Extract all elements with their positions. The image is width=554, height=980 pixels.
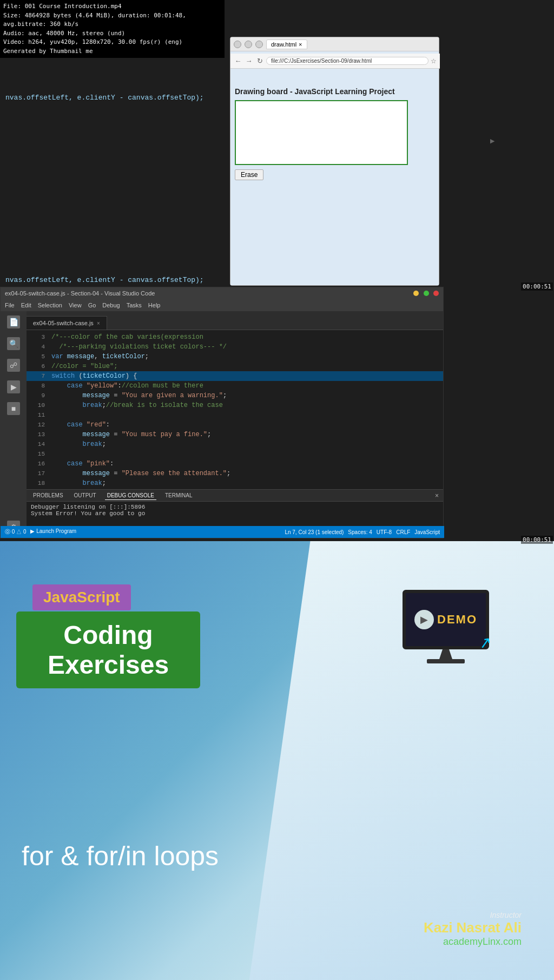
vscode-minimize[interactable] [413,291,419,296]
active-tab[interactable]: ex04-05-switch-case.js × [27,316,107,330]
monitor-stand [438,649,454,659]
debug-icon[interactable]: ▶ [7,380,20,393]
vscode-maximize[interactable] [424,291,429,296]
vscode-window: ex04-05-switch-case.js - Section-04 - Vi… [0,287,444,538]
vscode-close[interactable] [433,291,439,296]
address-input[interactable] [266,57,428,65]
explorer-icon[interactable]: 📄 [7,315,20,328]
terminal-line-1: Debugger listening on [:::]:5896 [31,504,439,510]
menu-view[interactable]: View [69,302,82,308]
code-line-6: 6 //color = "blue"; [27,361,443,371]
browser-max-btn[interactable] [255,41,263,48]
menu-help[interactable]: Help [148,302,161,308]
promo-section: JavaScript Coding Exercises ▶ DEMO ↗ for… [0,541,554,980]
code-line-13: 13 message = "You must pay a fine."; [27,430,443,439]
code-line-8: 8 case "yellow"://colon must be there [27,381,443,391]
demo-play-button[interactable]: ▶ [414,610,434,629]
instructor-label: Instructor [424,911,522,919]
timestamp-2: 00:00:51 [521,536,553,544]
terminal-line-2: System Error! You are good to go [31,510,439,517]
forward-button[interactable]: → [245,57,253,65]
instructor-name: Kazi Nasrat Ali [424,919,522,936]
status-spaces: Spaces: 4 [348,529,372,535]
demo-monitor: ▶ DEMO ↗ [403,590,489,663]
browser-address-bar: ← → ↻ ☆ [230,54,440,69]
code-line-15: 15 [27,449,443,459]
monitor-screen: ▶ DEMO ↗ [403,590,489,649]
code-line-14: 14 break; [27,439,443,449]
code-line-16: 16 case "pink": [27,459,443,469]
code-editor[interactable]: 3 /*---color of the cab varies(expressio… [27,330,443,489]
drawing-canvas[interactable]: ▶ [235,100,408,165]
vscode-title-text: ex04-05-switch-case.js - Section-04 - Vi… [5,290,155,297]
browser-page-title: Drawing board - JavaScript Learning Proj… [235,87,434,96]
video-metadata: File: 001 Course Introduction.mp4 Size: … [0,0,225,58]
js-badge: JavaScript [32,584,131,610]
cursor-arrow-icon: ↗ [477,633,492,652]
code-line-5: 5 var message, ticketColor; [27,352,443,361]
menu-selection[interactable]: Selection [38,302,62,308]
menu-edit[interactable]: Edit [21,302,31,308]
code-line-3: 3 /*---color of the cab varies(expressio… [27,332,443,342]
status-cursor: Ln 7, Col 23 (1 selected) [285,529,344,535]
status-right: Ln 7, Col 23 (1 selected) Spaces: 4 UTF-… [285,529,440,535]
code-line-11: 11 [27,410,443,420]
code-snippet-top: nvas.offsetLeft, e.clientY - canvas.offs… [0,89,225,107]
code-line-18: 18 break; [27,478,443,488]
tab-close-icon[interactable]: × [299,41,302,48]
demo-label: DEMO [437,613,477,627]
code-line-9: 9 message = "You are given a warning."; [27,391,443,400]
vscode-titlebar: ex04-05-switch-case.js - Section-04 - Vi… [1,287,443,299]
status-left: ⓪ 0 △ 0 ▶ Launch Program [5,528,76,536]
code-line-19: 19 [27,488,443,489]
panel-close-icon[interactable]: × [435,492,439,499]
vscode-editor-area: ex04-05-switch-case.js × 3 /*---color of… [27,311,443,538]
back-button[interactable]: ← [234,57,242,65]
browser-close-btn[interactable] [234,41,241,48]
panel-content: Debugger listening on [:::]:5896 System … [27,502,443,519]
vscode-menubar: File Edit Selection View Go Debug Tasks … [1,299,443,311]
tab-output[interactable]: OUTPUT [72,491,98,499]
search-icon[interactable]: 🔍 [7,337,20,350]
tab-close-icon[interactable]: × [97,320,100,326]
extensions-icon[interactable]: ■ [7,402,20,415]
menu-debug[interactable]: Debug [102,302,120,308]
instructor-block: Instructor Kazi Nasrat Ali academyLinx.c… [424,911,522,948]
code-line-7: 7 switch (ticketColor) { [27,371,443,381]
tab-filename: ex04-05-switch-case.js [33,320,94,326]
browser-window: draw.html × ← → ↻ ☆ Drawing board - Java… [230,37,439,286]
cursor-position: ▶ [490,137,494,144]
panel-tabs: PROBLEMS OUTPUT DEBUG CONSOLE TERMINAL × [27,490,443,502]
vscode-activity-bar: 📄 🔍 ☍ ▶ ■ ⚙ [1,311,27,538]
status-launch[interactable]: ▶ Launch Program [30,528,76,536]
menu-file[interactable]: File [5,302,15,308]
bookmark-icon[interactable]: ☆ [431,57,437,65]
status-eol: CRLF [396,529,410,535]
instructor-website: academyLinx.com [424,936,522,948]
tab-problems[interactable]: PROBLEMS [31,491,65,499]
code-line-12: 12 case "red": [27,420,443,430]
tab-debug-console[interactable]: DEBUG CONSOLE [105,491,156,500]
status-language[interactable]: JavaScript [414,529,440,535]
erase-button[interactable]: Erase [235,169,263,180]
source-control-icon[interactable]: ☍ [7,359,20,372]
demo-inner: ▶ DEMO [414,610,477,629]
status-encoding: UTF-8 [377,529,392,535]
monitor-base [427,659,465,663]
browser-content: Drawing board - JavaScript Learning Proj… [230,83,439,285]
menu-tasks[interactable]: Tasks [127,302,142,308]
refresh-button[interactable]: ↻ [255,57,264,65]
browser-titlebar: draw.html × [230,37,439,51]
timestamp-1: 00:00:51 [521,282,553,291]
tab-terminal[interactable]: TERMINAL [163,491,195,499]
menu-go[interactable]: Go [88,302,96,308]
browser-min-btn[interactable] [245,41,252,48]
vscode-statusbar: ⓪ 0 △ 0 ▶ Launch Program Ln 7, Col 23 (1… [1,526,444,538]
code-line-17: 17 message = "Please see the attendant."… [27,469,443,478]
status-errors: ⓪ 0 △ 0 [5,528,26,536]
vscode-body: 📄 🔍 ☍ ▶ ■ ⚙ ex04-05-switch-case.js × 3 /… [1,311,443,538]
for-loops-text: for & for/in loops [22,840,219,872]
code-line-10: 10 break;//break is to isolate the case [27,400,443,410]
browser-tab[interactable]: draw.html × [266,40,307,49]
editor-tabs: ex04-05-switch-case.js × [27,311,443,330]
